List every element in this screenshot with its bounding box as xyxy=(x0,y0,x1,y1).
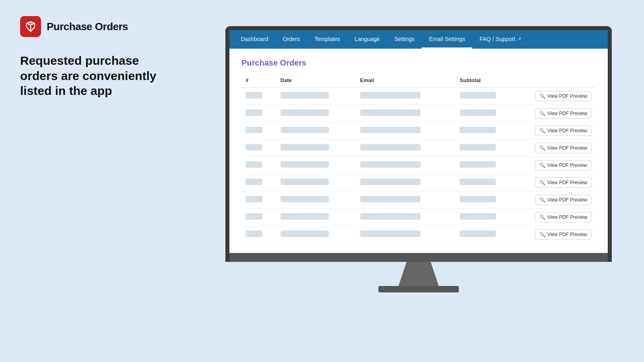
external-link-icon: ↗ xyxy=(517,36,521,42)
cell-subtotal xyxy=(456,140,515,157)
cell-action: 🔍 View PDF Preview xyxy=(516,191,596,209)
cell-email xyxy=(356,122,456,140)
skeleton-hash xyxy=(246,179,262,185)
nav-dashboard[interactable]: Dashboard xyxy=(233,30,276,49)
view-pdf-button[interactable]: 🔍 View PDF Preview xyxy=(535,229,592,240)
search-icon: 🔍 xyxy=(539,180,545,185)
cell-action: 🔍 View PDF Preview xyxy=(516,226,596,243)
cell-date xyxy=(277,174,356,191)
nav-email-settings[interactable]: Email Settings xyxy=(422,30,472,49)
view-pdf-button[interactable]: 🔍 View PDF Preview xyxy=(535,125,592,136)
col-header-subtotal: Subtotal xyxy=(456,75,515,88)
cell-email xyxy=(356,140,456,157)
skeleton-subtotal xyxy=(460,92,496,99)
skeleton-date xyxy=(281,161,329,168)
skeleton-subtotal xyxy=(460,109,496,116)
cell-subtotal xyxy=(456,191,515,209)
table-row: 🔍 View PDF Preview xyxy=(242,140,596,157)
skeleton-date xyxy=(281,144,329,150)
skeleton-hash xyxy=(246,161,262,168)
content-area: Purchase Orders # Date Email Subtotal xyxy=(229,49,608,253)
monitor-screen: Dashboard Orders Templates Language Sett… xyxy=(229,30,608,253)
view-pdf-button[interactable]: 🔍 View PDF Preview xyxy=(535,108,592,119)
cell-date xyxy=(277,209,356,226)
skeleton-date xyxy=(281,127,329,133)
page-title: Purchase Orders xyxy=(242,58,596,68)
cell-subtotal xyxy=(456,209,515,226)
cell-hash xyxy=(242,122,277,140)
skeleton-date xyxy=(281,213,329,220)
skeleton-email xyxy=(360,127,421,133)
skeleton-email xyxy=(360,213,421,220)
cell-subtotal xyxy=(456,226,515,243)
search-icon: 🔍 xyxy=(539,197,545,203)
cell-date xyxy=(277,88,356,105)
cell-subtotal xyxy=(456,157,515,174)
view-pdf-label: View PDF Preview xyxy=(547,232,587,237)
view-pdf-button[interactable]: 🔍 View PDF Preview xyxy=(535,160,592,171)
skeleton-email xyxy=(360,92,421,99)
cell-email xyxy=(356,191,456,209)
monitor-chin xyxy=(229,253,608,262)
cell-hash xyxy=(242,209,277,226)
view-pdf-button[interactable]: 🔍 View PDF Preview xyxy=(535,195,592,205)
skeleton-date xyxy=(281,109,329,116)
skeleton-email xyxy=(360,144,421,150)
skeleton-subtotal xyxy=(460,144,496,150)
cell-subtotal xyxy=(456,105,515,122)
skeleton-subtotal xyxy=(460,196,496,202)
skeleton-date xyxy=(281,92,329,99)
cell-email xyxy=(356,157,456,174)
skeleton-hash xyxy=(246,127,262,133)
skeleton-subtotal xyxy=(460,179,496,185)
cell-email xyxy=(356,88,456,105)
table-row: 🔍 View PDF Preview xyxy=(242,122,596,140)
skeleton-hash xyxy=(246,109,262,116)
search-icon: 🔍 xyxy=(539,93,545,99)
nav-language[interactable]: Language xyxy=(347,30,387,49)
search-icon: 🔍 xyxy=(539,232,545,237)
search-icon: 🔍 xyxy=(539,111,545,116)
cell-action: 🔍 View PDF Preview xyxy=(516,105,596,122)
view-pdf-label: View PDF Preview xyxy=(547,128,587,134)
view-pdf-button[interactable]: 🔍 View PDF Preview xyxy=(535,212,592,222)
col-header-action xyxy=(516,75,596,88)
view-pdf-label: View PDF Preview xyxy=(547,197,587,203)
col-header-email: Email xyxy=(356,75,456,88)
skeleton-hash xyxy=(246,92,262,99)
brand-name: Purchase Orders xyxy=(47,21,128,33)
view-pdf-button[interactable]: 🔍 View PDF Preview xyxy=(535,91,592,101)
cell-date xyxy=(277,105,356,122)
cell-subtotal xyxy=(456,88,515,105)
cell-action: 🔍 View PDF Preview xyxy=(516,174,596,191)
skeleton-email xyxy=(360,230,421,237)
view-pdf-label: View PDF Preview xyxy=(547,93,587,99)
skeleton-hash xyxy=(246,213,262,220)
cell-hash xyxy=(242,140,277,157)
nav-templates[interactable]: Templates xyxy=(307,30,347,49)
cell-action: 🔍 View PDF Preview xyxy=(516,157,596,174)
cell-subtotal xyxy=(456,174,515,191)
cell-email xyxy=(356,174,456,191)
search-icon: 🔍 xyxy=(539,145,545,151)
nav-settings[interactable]: Settings xyxy=(387,30,422,49)
skeleton-date xyxy=(281,196,329,202)
nav-orders[interactable]: Orders xyxy=(276,30,308,49)
table-row: 🔍 View PDF Preview xyxy=(242,105,596,122)
nav-faq[interactable]: FAQ / Support ↗ xyxy=(472,30,528,49)
view-pdf-label: View PDF Preview xyxy=(547,111,587,116)
left-panel: Purchase Orders Requested purchase order… xyxy=(0,0,193,115)
cell-date xyxy=(277,140,356,157)
table-row: 🔍 View PDF Preview xyxy=(242,174,596,191)
view-pdf-button[interactable]: 🔍 View PDF Preview xyxy=(535,143,592,153)
view-pdf-label: View PDF Preview xyxy=(547,180,587,185)
cell-hash xyxy=(242,226,277,243)
brand: Purchase Orders xyxy=(20,16,173,37)
cell-hash xyxy=(242,105,277,122)
skeleton-subtotal xyxy=(460,230,496,237)
cell-email xyxy=(356,105,456,122)
purchase-orders-table: # Date Email Subtotal xyxy=(242,75,596,243)
view-pdf-button[interactable]: 🔍 View PDF Preview xyxy=(535,177,592,188)
view-pdf-label: View PDF Preview xyxy=(547,145,587,151)
navbar: Dashboard Orders Templates Language Sett… xyxy=(229,30,608,49)
